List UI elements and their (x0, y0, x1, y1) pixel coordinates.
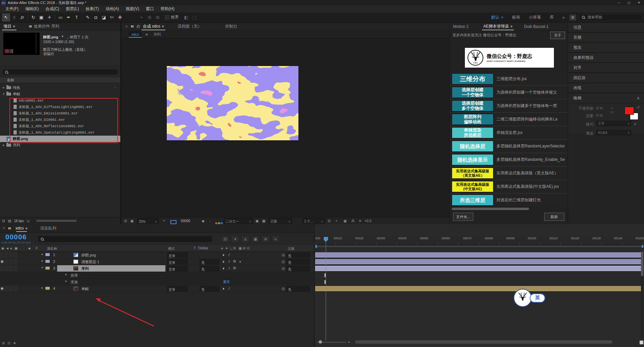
layer-bar-4[interactable] (315, 286, 643, 291)
eye-icon[interactable]: ◉ (1, 259, 4, 263)
parent-select[interactable]: 无∨ (286, 286, 310, 291)
timeline-button-icon[interactable]: ▦ (344, 217, 347, 224)
resolution-select[interactable]: 二分之一∨ (224, 218, 253, 225)
tab-effect-controls[interactable]: 效果控件 序列 (25, 23, 63, 31)
tab-project[interactable]: 项目 ≡ (0, 23, 18, 31)
workspace-tab-standard[interactable]: 标准 (512, 14, 520, 20)
fast-previews-icon[interactable]: ✧ (335, 217, 338, 224)
view-tab-sequence[interactable]: 序列 (151, 31, 164, 38)
layer-bar-1[interactable] (315, 252, 643, 257)
timeline-search-input[interactable] (38, 236, 212, 242)
snapshot-camera-icon[interactable]: ◉ (202, 217, 205, 224)
about-button[interactable]: 关于 (550, 32, 565, 39)
tab-render-queue[interactable]: 渲染队列 (37, 224, 60, 232)
script-hscrollbar[interactable] (452, 208, 529, 210)
workspace-overflow-icon[interactable]: » (562, 15, 565, 20)
quality-switch[interactable]: ♦ (223, 253, 225, 257)
script-button[interactable]: 三维分布 (452, 73, 493, 84)
pickwhip-icon[interactable]: ◎ (282, 266, 285, 271)
twirl-open-icon[interactable]: ▼ (41, 266, 44, 269)
tab-script-manager[interactable]: AE脚本管理器 ≡ (480, 23, 516, 31)
zoom-tool-icon[interactable]: ⚲ (16, 12, 28, 23)
quality-switch[interactable]: ♦ (223, 286, 225, 290)
tab-close-icon[interactable]: × (3, 226, 5, 231)
snap-toggle[interactable]: ✓ 对齐 (165, 14, 179, 20)
parent-select[interactable]: 无∨ (286, 259, 310, 265)
minimize-button[interactable]: — (614, 0, 624, 5)
panel-tracker[interactable]: 跟踪器 (568, 73, 644, 83)
target-region-icon[interactable]: ▣ (255, 217, 258, 224)
hide-shy-icon[interactable]: ♙ (242, 236, 249, 242)
label-color-chip[interactable] (45, 253, 50, 256)
group-row-transform[interactable]: ► 变换 重置 (0, 279, 314, 285)
twirl-closed-icon[interactable]: ► (41, 259, 44, 263)
snap-checkbox[interactable]: ✓ (165, 15, 169, 20)
opacity-value[interactable]: 0 % (596, 106, 603, 110)
brush-tool-icon[interactable]: ✎ (84, 13, 92, 22)
work-area-bar[interactable] (315, 245, 644, 248)
pickwhip-icon[interactable]: ◎ (282, 259, 285, 264)
script-button[interactable]: 随机选择显示 (452, 154, 493, 165)
current-frame-display[interactable]: 00006 (5, 233, 27, 241)
label-color-chip[interactable] (45, 259, 50, 263)
mode-column[interactable]: 模式 (168, 246, 175, 251)
always-preview-icon[interactable]: ⊟ (124, 217, 127, 224)
comp-mini-flowchart-icon[interactable]: ⊡ (222, 236, 229, 242)
workspace-bar-icon[interactable]: ⊞ (569, 14, 576, 21)
panel-info[interactable]: 信息 (568, 23, 644, 33)
magnification-select[interactable]: 25%∨ (137, 218, 159, 225)
exposure-reset-icon[interactable]: ✳ (359, 217, 361, 224)
script-button[interactable]: 选择层创建 多个空物体 (452, 100, 493, 111)
view-tab-xdcs[interactable]: xdcs (129, 31, 142, 37)
selection-tool-icon[interactable]: ↖ (2, 13, 10, 22)
layer-row-4[interactable]: ◉ ► 4 单帧 正常∨ 无∨ ♦ / ◎ 无∨ (0, 285, 314, 292)
blend-mode-select[interactable]: 正常∨ (167, 252, 188, 258)
quality-switch[interactable]: ♦ (223, 266, 225, 270)
draft-3d-icon[interactable]: ✶ (232, 236, 239, 242)
twirl-closed-icon[interactable]: ► (41, 253, 44, 256)
refresh-button[interactable]: 刷新 (544, 213, 564, 221)
label-color-chip[interactable] (45, 286, 50, 290)
roto-brush-tool-icon[interactable]: ✄ (108, 13, 116, 22)
camera-tool-icon[interactable]: ▣ (37, 13, 45, 22)
view-select[interactable]: 正面∨ (269, 218, 292, 225)
adjustment-layer-icon[interactable]: ◐ (239, 259, 242, 264)
eraser-tool-icon[interactable]: ◪ (100, 13, 108, 22)
type-tool-icon[interactable]: T (73, 13, 81, 22)
resize-grip[interactable] (640, 341, 643, 344)
expand-transfer-pane-icon[interactable]: ❖ (13, 341, 16, 345)
panel-menu-icon[interactable]: ≡ (26, 227, 28, 230)
tree-item-folder[interactable]: ►纯色⁘ (0, 84, 120, 91)
foreground-color-swatch[interactable] (625, 107, 634, 115)
blend-mode-select[interactable]: 正常∨ (167, 266, 188, 271)
trkmat-select[interactable]: 无∨ (200, 259, 219, 265)
panel-menu-icon[interactable]: ≡ (637, 96, 639, 101)
pan-behind-tool-icon[interactable]: ✛ (45, 13, 53, 22)
menu-window[interactable]: 窗口 (143, 6, 157, 12)
channel-select[interactable]: RGBA∨ (596, 130, 631, 135)
layer-toggles[interactable] (0, 252, 17, 258)
mode-select[interactable]: 正常∨ (596, 121, 631, 126)
layer-size-icon[interactable]: ▴ (348, 340, 350, 343)
time-ruler[interactable]: 0000001000020000300004000050000600007000… (315, 236, 644, 245)
maximize-button[interactable]: ▢ (624, 0, 634, 5)
viewer-frame-number[interactable]: 00006 (181, 217, 190, 224)
panel-menu-icon[interactable]: ≡ (162, 25, 164, 28)
trkmat-select[interactable]: 无∨ (200, 266, 219, 271)
help-search-input[interactable]: 搜索帮助 (579, 14, 643, 21)
tab-console[interactable]: 控制台 (222, 23, 241, 31)
menu-layer[interactable]: 图层(L) (63, 6, 82, 12)
reset-link[interactable]: 重置 (223, 280, 230, 284)
layer-row-2[interactable]: ◉ ► 2 调整图层 1 正常∨ 无∨ ♦ / fx ◐ ◎ 无∨ (0, 258, 314, 265)
panel-menu-icon[interactable]: ≡ (13, 25, 15, 28)
list-view-icon[interactable]: ⊟ (2, 219, 5, 223)
comp-flowchart-icon[interactable]: ⁂ (351, 217, 355, 224)
thumbnail-view-icon[interactable]: ▤ (8, 219, 11, 223)
script-button[interactable]: 选择层创建 一个空物体 (452, 87, 493, 98)
back-icon[interactable]: ◀ (145, 33, 148, 36)
twirl-closed-icon[interactable]: ► (41, 286, 44, 289)
graph-editor-icon[interactable]: ∿ (272, 236, 279, 242)
workspace-tab-small-screen[interactable]: 小屏幕 (529, 14, 541, 20)
pixel-aspect-icon[interactable]: ⊟ (328, 217, 330, 224)
folder-button[interactable]: 文件夹... (453, 213, 473, 221)
